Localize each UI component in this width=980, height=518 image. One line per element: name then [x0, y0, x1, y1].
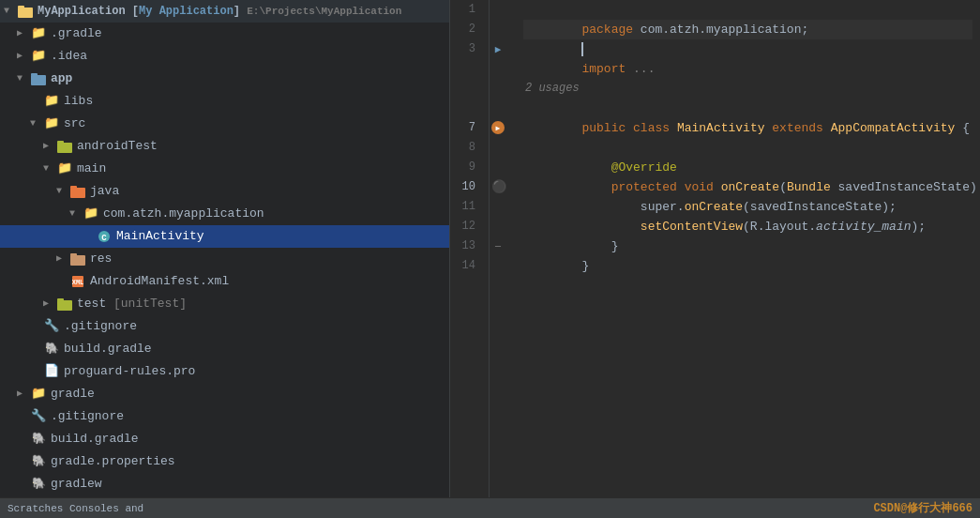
gradle-props-label: gradle.properties — [51, 452, 175, 471]
buildgradle1-label: build.gradle — [64, 340, 152, 358]
linenum-7: 7 — [450, 118, 481, 138]
linenum-12: 12 — [450, 217, 481, 236]
linenum-13: 13 — [450, 236, 481, 256]
sidebar-item-gradle-props[interactable]: ▶ 🐘 gradle.properties — [0, 450, 449, 473]
sidebar-item-java[interactable]: ▼ java — [0, 180, 449, 203]
buildgradle2-label: build.gradle — [51, 430, 139, 449]
sidebar-item-gradlew[interactable]: ▶ 🐘 gradlew — [0, 473, 449, 495]
sidebar-item-main[interactable]: ▼ 📁 main — [0, 158, 449, 180]
sidebar-item-mainactivity[interactable]: ▶ C MainActivity — [0, 225, 449, 248]
arrow-package: ▼ — [69, 205, 83, 223]
scratches-bottom-label: Scratches Consoles and — [8, 503, 143, 514]
sidebar-item-buildgradle1[interactable]: ▶ 🐘 build.gradle — [0, 338, 449, 360]
linenum-space1: 4 — [450, 59, 481, 79]
arrow-idea: ▶ — [17, 47, 30, 66]
sidebar-item-libs[interactable]: ▶ 📁 libs — [0, 90, 449, 113]
svg-text:XML: XML — [72, 279, 84, 286]
sidebar-item-gitignore2[interactable]: ▶ 🔧 .gitignore — [0, 405, 449, 428]
bottom-right: CSDN@修行大神666 — [873, 500, 972, 516]
line-numbers: 1 2 3 4 5 u 7 8 9 10 11 12 13 14 — [450, 0, 490, 497]
bottom-bar: Scratches Consoles and CSDN@修行大神666 — [0, 497, 980, 518]
java-label: java — [90, 182, 119, 201]
folder-icon-app — [30, 71, 47, 86]
csdn-watermark: CSDN@修行大神666 — [873, 500, 972, 516]
folder-icon-test — [56, 297, 73, 312]
svg-rect-0 — [18, 8, 33, 18]
linenum-usage: u — [450, 99, 481, 118]
sidebar-item-res[interactable]: ▶ res — [0, 248, 449, 270]
folder-icon-res — [69, 251, 86, 267]
folder-icon — [17, 4, 34, 19]
svg-rect-3 — [31, 73, 38, 76]
xml-icon-androidmanifest: XML — [69, 274, 86, 289]
sidebar-item-app[interactable]: ▼ app — [0, 68, 449, 90]
folder-icon-main: 📁 — [56, 161, 73, 176]
svg-rect-7 — [70, 186, 77, 189]
arrow-gradle2: ▶ — [17, 385, 30, 404]
gradle-icon-2: 🐘 — [30, 432, 47, 447]
usage-hint: 2 usages — [523, 79, 972, 99]
code-line-7: public class MainActivity extends AppCom… — [523, 99, 972, 118]
linenum-10: 10 — [450, 177, 481, 197]
svg-rect-14 — [57, 300, 72, 311]
folder-icon-gradle2: 📁 — [30, 387, 47, 402]
sidebar-item-gradle-dir[interactable]: ▶ 📁 .gradle — [0, 23, 449, 45]
gitignore1-label: .gitignore — [64, 317, 137, 336]
sidebar-item-androidmanifest[interactable]: ▶ XML AndroidManifest.xml — [0, 270, 449, 293]
sidebar-item-gitignore1[interactable]: ▶ 🔧 .gitignore — [0, 315, 449, 338]
sidebar-item-test[interactable]: ▶ test [unitTest] — [0, 293, 449, 315]
gradle-icon-1: 🐘 — [43, 342, 60, 357]
run-class-icon[interactable]: ▶ — [491, 121, 505, 134]
fold-import-icon[interactable]: ▶ — [491, 39, 505, 59]
fold-brace-icon[interactable]: — — [495, 236, 501, 256]
sidebar[interactable]: ▼ MyApplication [My Application] E:\Proj… — [0, 0, 450, 497]
main-label: main — [77, 160, 106, 178]
sidebar-item-src[interactable]: ▼ 📁 src — [0, 113, 449, 135]
arrow-app: ▼ — [17, 69, 30, 88]
folder-icon-libs: 📁 — [43, 94, 60, 109]
linenum-3: 3 — [450, 39, 481, 59]
editor-gutter: ▶ ▶ ⚫ — — [490, 0, 516, 497]
folder-icon-package: 📁 — [83, 206, 99, 221]
linenum-11: 11 — [450, 197, 481, 217]
main-layout: ▼ MyApplication [My Application] E:\Proj… — [0, 0, 980, 497]
sidebar-item-androidtest[interactable]: ▶ androidTest — [0, 135, 449, 158]
sidebar-item-package[interactable]: ▼ 📁 com.atzh.myapplication — [0, 203, 449, 225]
sidebar-item-gradle-dir2[interactable]: ▶ 📁 gradle — [0, 383, 449, 405]
androidmanifest-label: AndroidManifest.xml — [90, 272, 229, 291]
sidebar-item-buildgradle2[interactable]: ▶ 🐘 build.gradle — [0, 428, 449, 450]
test-label: test [unitTest] — [77, 295, 187, 313]
linenum-space2: 5 — [450, 79, 481, 99]
androidtest-label: androidTest — [77, 137, 158, 156]
folder-icon-gradle: 📁 — [30, 26, 47, 41]
arrow-androidtest: ▶ — [43, 137, 56, 156]
svg-rect-4 — [57, 143, 72, 153]
gradle-dir2-label: gradle — [51, 385, 95, 404]
bottom-left: Scratches Consoles and — [8, 503, 143, 514]
folder-icon-java — [69, 184, 86, 199]
sidebar-item-proguard[interactable]: ▶ 📄 proguard-rules.pro — [0, 360, 449, 383]
svg-rect-10 — [70, 255, 85, 266]
gradlew-label: gradlew — [51, 475, 102, 494]
proguard-label: proguard-rules.pro — [64, 362, 195, 381]
folder-icon-idea: 📁 — [30, 49, 47, 64]
gutter-line10: ⚫ — [491, 177, 506, 197]
gradle-dir-label: .gradle — [51, 24, 102, 43]
app-label: app — [51, 69, 72, 88]
svg-rect-6 — [70, 188, 85, 198]
linenum-9: 9 — [450, 158, 481, 177]
svg-text:C: C — [101, 234, 107, 243]
code-area[interactable]: package com.atzh.myapplication; import .… — [516, 0, 980, 497]
svg-rect-2 — [31, 75, 46, 85]
src-label: src — [64, 114, 85, 133]
sidebar-item-root[interactable]: ▼ MyApplication [My Application] E:\Proj… — [0, 0, 449, 23]
svg-rect-15 — [57, 298, 64, 301]
code-line-9: @Override — [523, 138, 972, 158]
gradlew-icon: 🐘 — [30, 477, 47, 492]
arrow-gradle: ▶ — [17, 24, 30, 43]
class-icon-mainactivity: C — [96, 229, 113, 244]
arrow-src: ▼ — [30, 114, 43, 133]
sidebar-item-idea[interactable]: ▶ 📁 .idea — [0, 45, 449, 68]
gradle-props-icon: 🐘 — [30, 454, 47, 469]
folder-icon-androidtest — [56, 139, 73, 154]
